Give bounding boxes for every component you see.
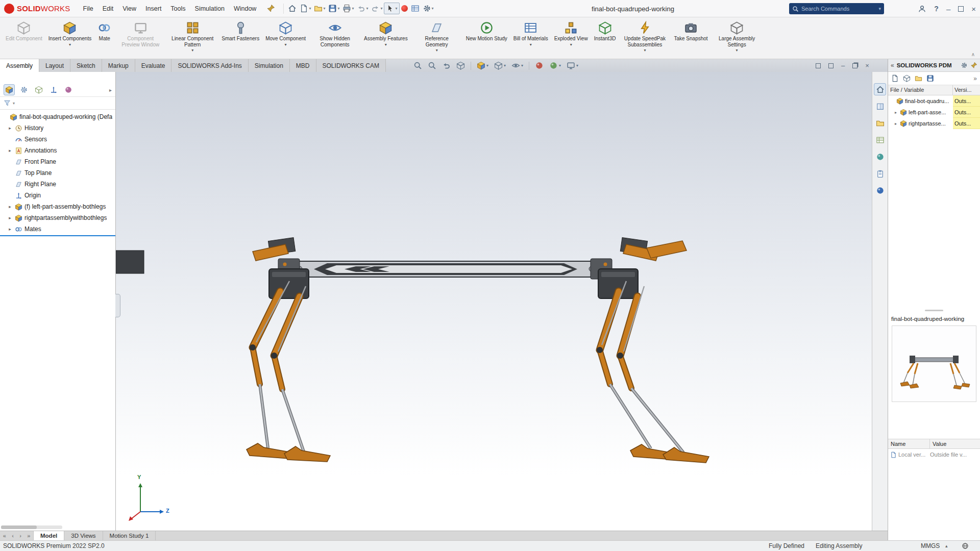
ribbon-large-assembly-settings[interactable]: Large Assembly Settings	[712, 19, 763, 58]
tree-filter[interactable]	[0, 97, 115, 110]
pdm-settings-gear-icon[interactable]	[961, 62, 968, 69]
pdm-row-root[interactable]: final-bot-quadru... Outs...	[888, 95, 980, 107]
search-input[interactable]	[801, 6, 876, 12]
section-view-icon[interactable]	[456, 61, 465, 70]
menu-file[interactable]: File	[79, 3, 98, 14]
grid-row-local-version[interactable]: Local ver... Outside file v...	[888, 449, 980, 460]
chassis-beam[interactable]	[289, 261, 602, 277]
options-gear-button[interactable]	[421, 3, 435, 14]
expander-icon[interactable]	[7, 204, 13, 209]
menu-view[interactable]: View	[118, 3, 141, 14]
tab-sketch[interactable]: Sketch	[70, 59, 102, 72]
panel-splitter-grip[interactable]	[115, 294, 120, 317]
search-scope-caret-icon[interactable]	[878, 6, 881, 11]
expander-icon[interactable]	[7, 126, 13, 131]
collapse-taskpane-icon[interactable]	[891, 62, 894, 69]
pdm-save-icon[interactable]	[926, 74, 934, 82]
ribbon-move-component[interactable]: Move Component	[263, 19, 308, 58]
open-button[interactable]	[312, 3, 327, 14]
flyout-caret-icon[interactable]	[69, 42, 71, 47]
configurationmanager-tab[interactable]	[33, 84, 44, 95]
close-document-icon[interactable]	[865, 62, 869, 69]
pdm-column-headers[interactable]: File / Variable Versi...	[888, 85, 980, 95]
tree-item-front-plane[interactable]: Front Plane	[0, 156, 115, 167]
tab-3d-views[interactable]: 3D Views	[64, 531, 103, 540]
ribbon-insert-components[interactable]: Insert Components	[46, 19, 94, 58]
tree-horizontal-scrollbar[interactable]	[1, 525, 62, 529]
pdm-tree-copy-icon[interactable]	[903, 74, 911, 82]
flyout-caret-icon[interactable]	[385, 42, 387, 47]
tree-item-left-part-assembly[interactable]: (f) left-part-assembly-bothlegs	[0, 201, 115, 212]
pdm-file-column[interactable]: File / Variable	[888, 85, 953, 95]
custom-properties-icon[interactable]	[874, 167, 886, 180]
pdm-open-folder-icon[interactable]	[915, 74, 922, 82]
ribbon-smart-fasteners[interactable]: Smart Fasteners	[219, 19, 262, 58]
file-explorer-icon[interactable]	[874, 117, 886, 129]
menu-edit[interactable]: Edit	[98, 3, 118, 14]
flyout-caret-icon[interactable]	[191, 48, 193, 53]
tree-item-origin[interactable]: Origin	[0, 190, 115, 201]
print-button[interactable]	[341, 3, 355, 14]
view-orientation-icon[interactable]	[477, 61, 488, 70]
filter-caret-icon[interactable]	[13, 101, 15, 106]
3dexperience-icon[interactable]	[400, 4, 409, 13]
dimxpertmanager-tab[interactable]	[48, 84, 59, 95]
tab-model[interactable]: Model	[34, 531, 64, 540]
home-tab-icon[interactable]	[874, 83, 886, 95]
grid-header[interactable]: Name Value	[888, 439, 980, 449]
menu-simulation[interactable]: Simulation	[190, 3, 229, 14]
propertymanager-tab[interactable]	[18, 84, 30, 95]
expander-icon[interactable]	[7, 227, 13, 232]
pdm-pin-icon[interactable]	[970, 62, 977, 69]
pdm-more-icon[interactable]	[973, 75, 977, 82]
expander-icon[interactable]	[893, 121, 898, 126]
previous-view-icon[interactable]	[442, 61, 451, 70]
expander-icon[interactable]	[7, 215, 13, 220]
help-icon[interactable]	[934, 5, 939, 13]
close-window-icon[interactable]	[971, 5, 976, 13]
tab-evaluate[interactable]: Evaluate	[135, 59, 172, 72]
pdm-row-left-part[interactable]: left-part-asse... Outs...	[888, 107, 980, 118]
hide-show-items-icon[interactable]	[511, 61, 523, 70]
file-properties-button[interactable]	[409, 3, 421, 14]
tab-mbd[interactable]: MBD	[290, 59, 316, 72]
tree-item-annotations[interactable]: Annotations	[0, 145, 115, 156]
collapse-ribbon-icon[interactable]	[971, 52, 975, 57]
user-account-icon[interactable]	[918, 5, 926, 13]
apply-scene-icon[interactable]	[549, 61, 561, 70]
tab-simulation[interactable]: Simulation	[249, 59, 290, 72]
menu-window[interactable]: Window	[229, 3, 261, 14]
tree-item-mates[interactable]: Mates	[0, 223, 115, 235]
ribbon-new-motion-study[interactable]: New Motion Study	[463, 19, 510, 58]
units-selector[interactable]: MMGS	[921, 541, 940, 551]
more-tabs-icon[interactable]	[109, 87, 112, 93]
pdm-version-column[interactable]: Versi...	[953, 85, 980, 95]
grid-value-column[interactable]: Value	[930, 439, 980, 448]
previous-tab-icon[interactable]	[12, 533, 14, 539]
undo-button[interactable]	[355, 3, 370, 14]
view-palette-icon[interactable]	[874, 134, 886, 146]
display-style-icon[interactable]	[494, 61, 506, 70]
ribbon-instant3d[interactable]: Instant3D	[592, 19, 619, 58]
ribbon-mate[interactable]: Mate	[95, 19, 114, 58]
ribbon-edit-component[interactable]: Edit Component	[3, 19, 45, 58]
pdm-copy-icon[interactable]	[891, 74, 899, 82]
first-tab-icon[interactable]	[3, 533, 6, 539]
units-caret-icon[interactable]	[945, 541, 948, 551]
next-tab-icon[interactable]	[19, 533, 21, 539]
command-search[interactable]	[789, 3, 884, 14]
restore-document-icon[interactable]	[852, 63, 857, 68]
view-settings-icon[interactable]	[567, 61, 578, 70]
pdm-vault-icon[interactable]	[874, 184, 886, 196]
ribbon-exploded-view[interactable]: Exploded View	[552, 19, 591, 58]
tab-markup[interactable]: Markup	[102, 59, 135, 72]
tree-root-assembly[interactable]: final-bot-quadruped-working (Defa	[0, 111, 115, 122]
flyout-caret-icon[interactable]	[644, 48, 646, 53]
edit-appearance-icon[interactable]	[535, 61, 544, 70]
appearances-scenes-icon[interactable]	[874, 151, 886, 163]
zoom-to-area-icon[interactable]	[428, 61, 436, 70]
ribbon-assembly-features[interactable]: Assembly Features	[361, 19, 410, 58]
last-tab-icon[interactable]	[27, 533, 30, 539]
home-button[interactable]	[286, 3, 298, 14]
grid-name-column[interactable]: Name	[888, 439, 930, 448]
